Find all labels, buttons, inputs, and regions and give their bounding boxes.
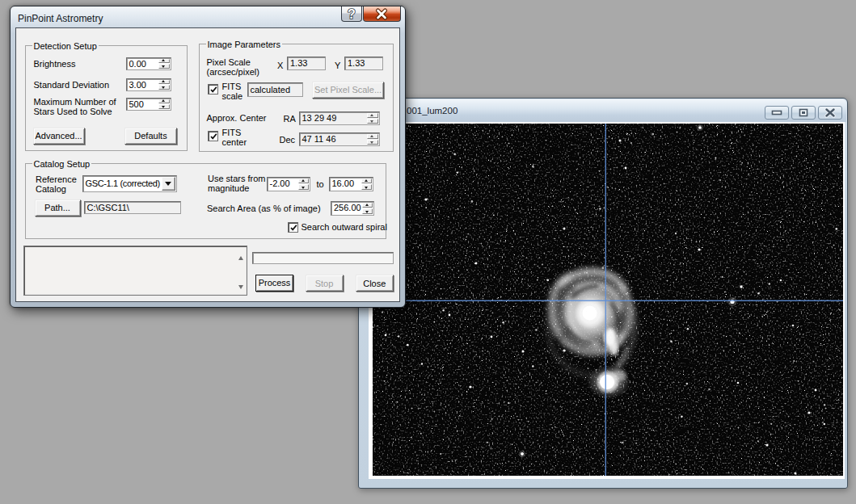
svg-text:?: ?: [348, 7, 356, 21]
